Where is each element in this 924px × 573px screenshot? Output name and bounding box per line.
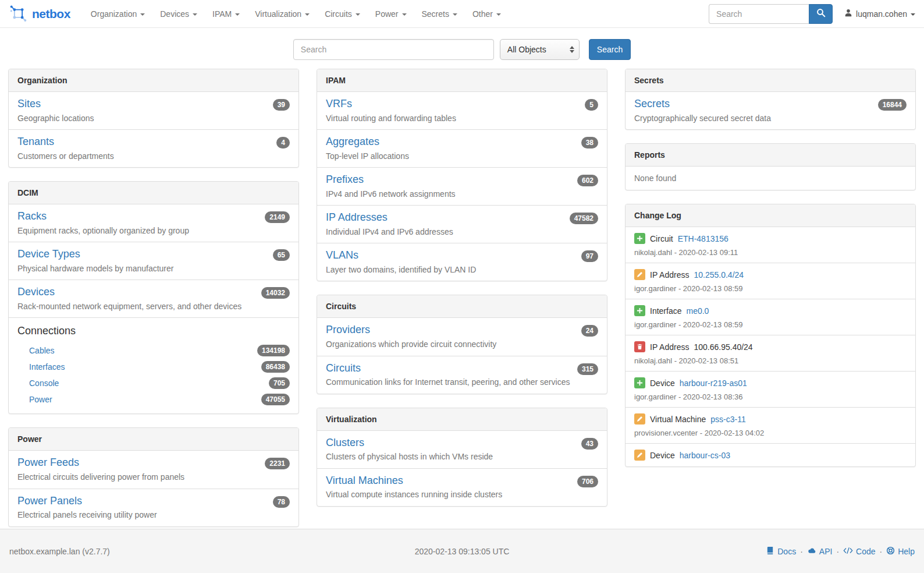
item-link-prefixes[interactable]: Prefixes xyxy=(326,174,364,185)
nav-item-secrets[interactable]: Secrets xyxy=(414,0,465,28)
list-item: 2149RacksEquipment racks, optionally org… xyxy=(9,204,298,242)
changelog-object-type: Circuit xyxy=(650,234,673,244)
item-link-device-types[interactable]: Device Types xyxy=(17,248,80,260)
connection-link-cables[interactable]: Cables xyxy=(29,346,55,355)
item-link-aggregates[interactable]: Aggregates xyxy=(326,136,379,147)
list-item: 5VRFsVirtual routing and forwarding tabl… xyxy=(317,92,607,129)
item-link-circuits[interactable]: Circuits xyxy=(326,362,361,374)
list-item: 14032DevicesRack-mounted network equipme… xyxy=(9,280,298,317)
list-item: 43ClustersClusters of physical hosts in … xyxy=(317,431,607,468)
pencil-icon xyxy=(634,413,645,425)
count-badge: 705 xyxy=(269,377,290,389)
changelog-meta: provisioner.vcenter - 2020-02-13 04:02 xyxy=(634,429,907,437)
list-item: 97VLANsLayer two domains, identified by … xyxy=(317,243,607,281)
pencil-icon xyxy=(634,450,645,461)
panel-title: Circuits xyxy=(317,295,607,318)
item-link-tenants[interactable]: Tenants xyxy=(17,136,54,147)
panel-change-log: Change LogCircuitETH-4813156nikolaj.dahl… xyxy=(625,204,916,467)
panel-ipam: IPAM5VRFsVirtual routing and forwarding … xyxy=(317,69,607,281)
item-link-providers[interactable]: Providers xyxy=(326,324,370,335)
user-menu[interactable]: luqman.cohen xyxy=(844,9,915,19)
select-arrows-icon xyxy=(570,46,574,53)
footer-link-docs[interactable]: Docs xyxy=(766,546,796,557)
nav-item-circuits[interactable]: Circuits xyxy=(317,0,368,28)
count-badge: 14032 xyxy=(261,287,290,299)
chevron-down-icon xyxy=(235,13,240,16)
connection-link-power[interactable]: Power xyxy=(29,395,52,404)
item-link-power-feeds[interactable]: Power Feeds xyxy=(17,457,79,468)
nav-item-power[interactable]: Power xyxy=(368,0,414,28)
item-link-racks[interactable]: Racks xyxy=(17,210,47,222)
item-heading: Circuits xyxy=(326,362,598,375)
changelog-meta: nikolaj.dahl - 2020-02-13 09:11 xyxy=(634,248,907,257)
changelog-object-link[interactable]: 10.255.0.4/24 xyxy=(694,270,744,280)
item-heading: Sites xyxy=(17,98,290,111)
panel-circuits: Circuits24ProvidersOrganizations which p… xyxy=(317,295,607,394)
item-link-secrets[interactable]: Secrets xyxy=(634,98,670,109)
changelog-object-type: IP Address xyxy=(650,342,689,352)
nav-item-label: Other xyxy=(472,9,493,19)
connections-group: ConnectionsCables134198Interfaces86438Co… xyxy=(9,317,298,413)
nav-item-label: Organization xyxy=(91,9,137,19)
nav-item-ipam[interactable]: IPAM xyxy=(205,0,247,28)
count-badge: 2231 xyxy=(265,458,290,469)
item-link-sites[interactable]: Sites xyxy=(17,98,41,109)
footer-link-code[interactable]: Code xyxy=(843,546,875,557)
chevron-down-icon xyxy=(402,13,407,16)
global-search-button[interactable]: Search xyxy=(589,39,631,60)
footer-link-label: Docs xyxy=(777,547,796,556)
user-icon xyxy=(844,9,852,19)
list-item: 2231Power FeedsElectrical circuits deliv… xyxy=(9,451,298,488)
panel-title: Reports xyxy=(626,144,915,167)
nav-item-devices[interactable]: Devices xyxy=(152,0,205,28)
navbar-search xyxy=(709,4,833,24)
nav-item-other[interactable]: Other xyxy=(465,0,509,28)
list-item: 4TenantsCustomers or departments xyxy=(9,129,298,167)
nav-item-organization[interactable]: Organization xyxy=(83,0,152,28)
panel-virtualization: Virtualization43ClustersClusters of phys… xyxy=(317,408,607,507)
nav-item-label: Secrets xyxy=(422,9,449,19)
count-badge: 47582 xyxy=(570,213,598,224)
nav-item-virtualization[interactable]: Virtualization xyxy=(247,0,317,28)
item-heading: Virtual Machines xyxy=(326,475,598,487)
changelog-object-link[interactable]: ETH-4813156 xyxy=(678,234,728,244)
footer-separator: · xyxy=(880,547,883,556)
count-badge: 97 xyxy=(581,250,598,262)
item-description: Virtual routing and forwarding tables xyxy=(326,114,598,124)
item-description: Cryptographically secured secret data xyxy=(634,114,907,124)
navbar-search-button[interactable] xyxy=(809,4,833,24)
search-scope-select[interactable]: All Objects xyxy=(500,39,580,60)
connections-heading: Connections xyxy=(17,325,290,337)
footer-link-help[interactable]: Help xyxy=(886,546,915,557)
item-link-vlans[interactable]: VLANs xyxy=(326,249,358,261)
panel-title: Secrets xyxy=(626,69,915,92)
help-icon xyxy=(886,546,895,557)
connection-link-console[interactable]: Console xyxy=(29,379,59,388)
navbar-search-input[interactable] xyxy=(709,4,809,24)
item-link-clusters[interactable]: Clusters xyxy=(326,437,364,448)
changelog-object-link[interactable]: harbour-cs-03 xyxy=(680,450,730,461)
code-icon xyxy=(843,546,853,557)
item-link-vrfs[interactable]: VRFs xyxy=(326,98,352,109)
netbox-logo[interactable]: netbox xyxy=(9,4,70,24)
item-link-ip-addresses[interactable]: IP Addresses xyxy=(326,211,388,223)
docs-icon xyxy=(766,546,774,557)
item-link-power-panels[interactable]: Power Panels xyxy=(17,495,82,507)
panel-power: Power2231Power FeedsElectrical circuits … xyxy=(8,427,299,526)
changelog-object-link[interactable]: harbour-r219-as01 xyxy=(680,378,747,388)
changelog-meta: igor.gardiner - 2020-02-13 08:36 xyxy=(634,392,907,401)
search-icon xyxy=(816,8,826,19)
item-description: Virtual compute instances running inside… xyxy=(326,490,598,500)
global-search-input[interactable] xyxy=(293,39,494,60)
item-heading: Racks xyxy=(17,210,290,223)
item-link-virtual-machines[interactable]: Virtual Machines xyxy=(326,475,403,486)
changelog-object-link[interactable]: pss-c3-11 xyxy=(710,414,745,425)
changelog-object-link[interactable]: me0.0 xyxy=(686,306,709,316)
brand-name: netbox xyxy=(32,7,70,21)
footer-link-api[interactable]: API xyxy=(807,546,833,557)
connection-link-interfaces[interactable]: Interfaces xyxy=(29,362,65,372)
item-description: Top-level IP allocations xyxy=(326,151,598,162)
plus-icon xyxy=(634,233,645,244)
item-heading: Power Panels xyxy=(17,495,290,508)
item-link-devices[interactable]: Devices xyxy=(17,286,55,298)
